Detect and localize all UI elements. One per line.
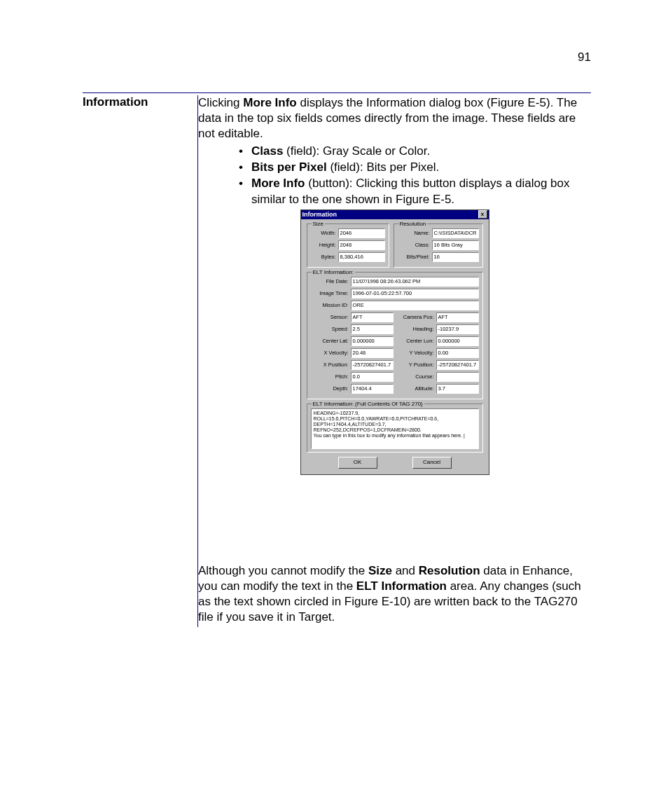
top-row: Size Width:2046 Height:2048 Bytes: 8,380… — [307, 223, 483, 272]
text-bold: Size — [368, 564, 392, 577]
left-column: Information — [83, 95, 198, 627]
text: Clicking — [198, 96, 243, 109]
mission-id-label: Mission ID: — [311, 302, 351, 308]
bullet-item: Class (field): Gray Scale or Color. — [239, 144, 591, 159]
image-time-field[interactable]: 1996-07-01-05:22:57.700 — [351, 289, 479, 298]
intro-paragraph: Clicking More Info displays the Informat… — [198, 95, 591, 142]
heading-label: Heading: — [396, 326, 436, 332]
class-label: Class: — [398, 242, 432, 248]
elt-legend: ELT Information: — [312, 269, 355, 275]
mission-id-field[interactable]: ORE — [351, 301, 479, 310]
ypos-field[interactable]: -25720827401.7 — [436, 360, 479, 370]
width-field: 2046 — [338, 228, 385, 238]
closing-paragraph: Although you cannot modify the Size and … — [198, 563, 591, 625]
center-lon-label: Center Lon: — [396, 338, 436, 344]
xpos-field[interactable]: -25720827401.7 — [351, 360, 394, 370]
course-field[interactable] — [436, 372, 479, 382]
bpp-field: 16 — [432, 252, 479, 262]
cancel-button[interactable]: Cancel — [412, 457, 452, 469]
size-group: Size Width:2046 Height:2048 Bytes: 8,380… — [307, 223, 389, 268]
xpos-label: X Position: — [311, 362, 351, 368]
yvel-label: Y Velocity: — [396, 350, 436, 356]
bullet-item: More Info (button): Clicking this button… — [239, 176, 591, 207]
class-field: 16 Bits Gray — [432, 240, 479, 250]
center-lat-label: Center Lat: — [311, 338, 351, 344]
center-lat-field[interactable]: 0.000000 — [351, 336, 394, 346]
page: 91 Information Clicking More Info displa… — [0, 0, 668, 669]
sensor-label: Sensor: — [311, 314, 351, 320]
depth-label: Depth: — [311, 385, 351, 392]
dialog-body: Size Width:2046 Height:2048 Bytes: 8,380… — [301, 219, 489, 474]
yvel-field[interactable]: 0.00 — [436, 348, 479, 358]
speed-label: Speed: — [311, 326, 351, 332]
dialog-title: Information — [302, 211, 338, 218]
elt-full-group: ELT Information: (Full Contents Of TAG 2… — [307, 404, 483, 453]
size-legend: Size — [312, 221, 326, 227]
center-lon-field[interactable]: 0.000000 — [436, 336, 479, 346]
altitude-field[interactable]: 3.7 — [436, 384, 479, 394]
text: Although you cannot modify the — [198, 564, 368, 577]
page-number: 91 — [83, 50, 591, 64]
bullet-item: Bits per Pixel (field): Bits per Pixel. — [239, 160, 591, 175]
bullet-bold: Class — [251, 144, 283, 158]
ypos-label: Y Position: — [396, 362, 436, 368]
course-label: Course: — [396, 373, 436, 380]
dialog-titlebar: Information x — [301, 210, 489, 219]
spacer-below-figure — [198, 479, 591, 563]
altitude-label: Altitude: — [396, 385, 436, 392]
bullet-list: Class (field): Gray Scale or Color. Bits… — [198, 144, 591, 207]
sensor-field[interactable]: AFT — [351, 312, 394, 322]
heading-field[interactable]: -10237.9 — [436, 324, 479, 334]
xvel-label: X Velocity: — [311, 350, 351, 356]
name-label: Name: — [398, 230, 432, 236]
elt-full-legend: ELT Information: (Full Contents Of TAG 2… — [312, 401, 424, 407]
top-rule — [83, 92, 591, 93]
depth-field[interactable]: 17404.4 — [351, 384, 394, 394]
section-heading: Information — [83, 95, 193, 109]
height-label: Height: — [311, 242, 338, 248]
bpp-label: Bits/Pixel: — [398, 254, 432, 260]
bullet-bold: Bits per Pixel — [251, 160, 327, 174]
ok-button[interactable]: OK — [338, 457, 377, 469]
figure: Information x Size Width:2046 Height:204… — [198, 209, 591, 475]
information-dialog: Information x Size Width:2046 Height:204… — [300, 209, 489, 475]
text: and — [392, 564, 419, 577]
bytes-field: 8,380,416 — [338, 252, 385, 262]
height-field: 2048 — [338, 240, 385, 250]
text-bold: ELT Information — [356, 579, 447, 593]
file-date-field[interactable]: 11/07/1998 08:26:43.062 PM — [351, 277, 479, 287]
bullet-rest: (field): Bits per Pixel. — [327, 160, 440, 174]
bytes-label: Bytes: — [311, 254, 338, 260]
resolution-legend: Resolution — [398, 221, 428, 227]
pitch-field[interactable]: 0.0 — [351, 372, 394, 382]
camera-pos-field[interactable]: AFT — [436, 312, 479, 322]
xvel-field[interactable]: 20.48 — [351, 348, 394, 358]
speed-field[interactable]: 2.5 — [351, 324, 394, 334]
button-row: OK Cancel — [307, 457, 483, 469]
name-field: C:\ISISDATA\DCR — [432, 228, 479, 238]
camera-pos-label: Camera Pos: — [396, 314, 436, 320]
file-date-label: File Date: — [311, 278, 351, 284]
close-icon[interactable]: x — [478, 210, 487, 219]
bullet-rest: (field): Gray Scale or Color. — [283, 144, 430, 158]
image-time-label: Image Time: — [311, 290, 351, 296]
text-bold: More Info — [243, 96, 297, 109]
right-column: Clicking More Info displays the Informat… — [198, 95, 591, 627]
bullet-bold: More Info — [251, 177, 305, 190]
resolution-group: Resolution Name:C:\ISISDATA\DCR Class:16… — [394, 223, 483, 268]
pitch-label: Pitch: — [311, 373, 351, 380]
content-columns: Information Clicking More Info displays … — [83, 95, 591, 627]
text-bold: Resolution — [419, 564, 480, 577]
elt-full-textarea[interactable]: HEADING=-10237.9, ROLL=15.0,PITCH=0.0,YA… — [311, 408, 479, 449]
elt-group: ELT Information: File Date:11/07/1998 08… — [307, 272, 483, 399]
width-label: Width: — [311, 230, 338, 236]
